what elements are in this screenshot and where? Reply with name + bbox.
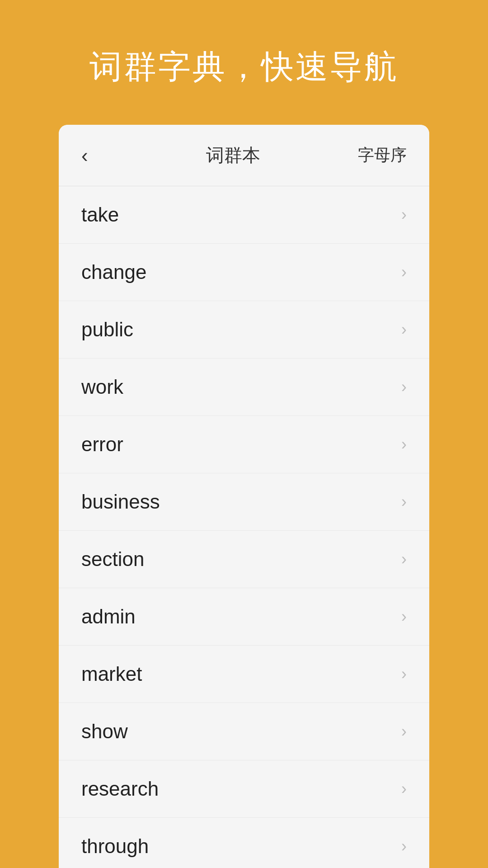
word-label: section bbox=[81, 548, 144, 571]
word-label: through bbox=[81, 835, 149, 858]
list-item[interactable]: show› bbox=[59, 703, 429, 760]
list-item[interactable]: take› bbox=[59, 186, 429, 244]
word-label: research bbox=[81, 778, 159, 800]
word-label: work bbox=[81, 376, 123, 398]
chevron-right-icon: › bbox=[401, 377, 407, 396]
list-item[interactable]: section› bbox=[59, 531, 429, 588]
chevron-right-icon: › bbox=[401, 263, 407, 282]
back-button[interactable]: ‹ bbox=[81, 144, 108, 167]
chevron-right-icon: › bbox=[401, 435, 407, 454]
list-item[interactable]: admin› bbox=[59, 588, 429, 646]
chevron-right-icon: › bbox=[401, 492, 407, 511]
word-label: admin bbox=[81, 605, 136, 628]
word-label: take bbox=[81, 203, 119, 226]
list-item[interactable]: market› bbox=[59, 646, 429, 703]
chevron-right-icon: › bbox=[401, 722, 407, 741]
chevron-right-icon: › bbox=[401, 837, 407, 856]
word-label: business bbox=[81, 491, 160, 513]
chevron-right-icon: › bbox=[401, 607, 407, 626]
word-label: show bbox=[81, 720, 128, 743]
list-item[interactable]: work› bbox=[59, 359, 429, 416]
word-list-card: ‹ 词群本 字母序 take›change›public›work›error›… bbox=[59, 125, 429, 868]
chevron-right-icon: › bbox=[401, 779, 407, 798]
page-title: 词群字典，快速导航 bbox=[89, 45, 399, 89]
list-item[interactable]: business› bbox=[59, 473, 429, 531]
list-item[interactable]: public› bbox=[59, 301, 429, 359]
chevron-right-icon: › bbox=[401, 665, 407, 684]
chevron-right-icon: › bbox=[401, 205, 407, 224]
word-label: market bbox=[81, 663, 142, 685]
list-item[interactable]: through› bbox=[59, 818, 429, 868]
word-label: public bbox=[81, 318, 133, 341]
list-item[interactable]: change› bbox=[59, 244, 429, 301]
word-label: error bbox=[81, 433, 123, 456]
word-list: take›change›public›work›error›business›s… bbox=[59, 186, 429, 868]
chevron-right-icon: › bbox=[401, 550, 407, 569]
list-item[interactable]: research› bbox=[59, 760, 429, 818]
list-item[interactable]: error› bbox=[59, 416, 429, 473]
header-title: 词群本 bbox=[206, 143, 260, 168]
sort-button[interactable]: 字母序 bbox=[358, 144, 407, 166]
chevron-right-icon: › bbox=[401, 320, 407, 339]
card-header: ‹ 词群本 字母序 bbox=[59, 125, 429, 186]
word-label: change bbox=[81, 261, 146, 283]
